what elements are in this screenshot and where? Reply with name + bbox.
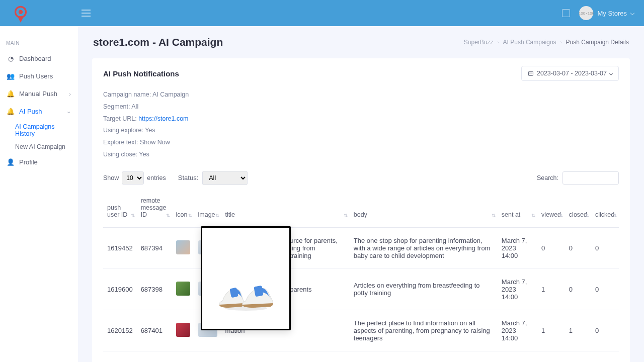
table-row: 1619362 687387 ents Articles on everythi…: [103, 351, 619, 362]
cell-mid: 687387: [137, 351, 172, 362]
campaign-meta: Campaign name: AI Campaign Segment: All …: [103, 89, 619, 161]
th-clicked[interactable]: clicked: [591, 192, 619, 228]
th-image[interactable]: image: [194, 192, 221, 228]
bc-superbuzz[interactable]: SuperBuzz: [464, 39, 494, 46]
cell-sent: March 7, 2023 14:00: [498, 227, 537, 268]
entries-control: Show 10 entries: [103, 171, 166, 185]
cell-sent: March 7, 2023 14:00: [498, 351, 537, 362]
cell-clicked: 0: [591, 310, 619, 351]
shoe-image: [213, 266, 279, 311]
target-url-link[interactable]: https://store1.com: [138, 115, 188, 122]
chevron-right-icon: ›: [560, 40, 562, 45]
th-viewed[interactable]: viewed: [537, 192, 565, 228]
bc-campaigns[interactable]: AI Push Campaigns: [503, 39, 556, 46]
cell-icon[interactable]: [172, 351, 194, 362]
notification-icon: [176, 240, 190, 254]
cell-closed: 1: [565, 310, 591, 351]
svg-point-1: [19, 10, 23, 14]
notifications-card: AI Push Notifications 2023-03-07 - 2023-…: [92, 58, 630, 362]
caret-down-icon: [609, 71, 613, 75]
th-closed[interactable]: closed: [565, 192, 591, 228]
breadcrumb: SuperBuzz › AI Push Campaigns › Push Cam…: [464, 39, 629, 46]
th-body[interactable]: body: [350, 192, 498, 228]
search-input[interactable]: [562, 171, 619, 185]
table-row: 1620152 687401 mation The perfect place …: [103, 310, 619, 351]
meta-segment: Segment: All: [103, 101, 619, 113]
cell-clicked: 0: [591, 268, 619, 310]
sidebar-section-main: MAIN: [0, 36, 78, 50]
table-row: 1619452 687394 A comprehensive resource …: [103, 227, 619, 268]
search-control: Search:: [537, 171, 619, 185]
cell-sent: March 7, 2023 14:00: [498, 310, 537, 351]
cell-body: Articles on everything from breastfeedin…: [350, 268, 498, 310]
main-content: store1.com - AI Campaign SuperBuzz › AI …: [78, 26, 644, 362]
notification-icon: [176, 282, 190, 296]
fullscreen-icon[interactable]: [562, 9, 570, 17]
status-filter: Status: All: [178, 171, 248, 185]
th-title[interactable]: title: [221, 192, 350, 228]
svg-rect-5: [254, 285, 263, 296]
th-sent-at[interactable]: sent at: [498, 192, 537, 228]
meta-close: Using close: Yes: [103, 149, 619, 161]
cell-pid: 1619452: [103, 227, 137, 268]
meta-campaign: Campaign name: AI Campaign: [103, 89, 619, 101]
bell-icon: 🔔: [7, 108, 14, 115]
sidebar-item-push-users[interactable]: 👥Push Users: [0, 67, 78, 85]
cell-body: Articles on everything from breastfeedin…: [350, 351, 498, 362]
daterange-picker[interactable]: 2023-03-07 - 2023-03-07: [521, 66, 619, 81]
entries-select[interactable]: 10: [122, 171, 144, 185]
app-logo[interactable]: [10, 3, 31, 24]
sidebar-item-ai-history[interactable]: AI Campaigns History: [0, 120, 78, 140]
bc-current: Push Campaign Details: [566, 39, 629, 46]
bell-icon: 🔔: [7, 90, 14, 98]
svg-rect-2: [529, 71, 533, 75]
chevron-down-icon: [630, 11, 634, 15]
th-remote-msg-id[interactable]: remote message ID: [137, 192, 172, 228]
cell-closed: 0: [565, 351, 591, 362]
meta-target-label: Target URL:: [103, 115, 138, 122]
cell-mid: 687401: [137, 310, 172, 351]
cell-pid: 1619600: [103, 268, 137, 310]
th-icon[interactable]: icon: [172, 192, 194, 228]
chevron-down-icon: ⌄: [66, 108, 71, 115]
cell-viewed: 0: [537, 227, 565, 268]
cell-closed: 0: [565, 227, 591, 268]
sidebar: MAIN ◔Dashboard 👥Push Users 🔔Manual Push…: [0, 26, 78, 362]
cell-icon[interactable]: [172, 310, 194, 351]
chevron-right-icon: ›: [498, 40, 499, 45]
cell-viewed: 1: [537, 310, 565, 351]
store-switcher[interactable]: 100×100 My Stores: [579, 6, 634, 20]
sidebar-item-dashboard[interactable]: ◔Dashboard: [0, 50, 78, 67]
gauge-icon: ◔: [7, 55, 14, 62]
cell-title: ents: [221, 351, 350, 362]
page-title: store1.com - AI Campaign: [93, 36, 223, 48]
cell-icon[interactable]: [172, 227, 194, 268]
menu-toggle-icon[interactable]: [82, 10, 91, 17]
sidebar-item-ai-push[interactable]: 🔔AI Push⌄: [0, 103, 78, 120]
notifications-table: push user ID remote message ID icon imag…: [103, 192, 619, 363]
meta-explore: Using explore: Yes: [103, 125, 619, 137]
topbar: 100×100 My Stores: [0, 0, 644, 26]
cell-mid: 687394: [137, 227, 172, 268]
cell-clicked: 0: [591, 351, 619, 362]
cell-pid: 1620152: [103, 310, 137, 351]
cell-body: The perfect place to find information on…: [350, 310, 498, 351]
cell-closed: 0: [565, 268, 591, 310]
users-icon: 👥: [7, 73, 14, 80]
meta-explore-text: Explore text: Show Now: [103, 137, 619, 149]
cell-image[interactable]: [194, 351, 221, 362]
user-label: My Stores: [597, 10, 627, 17]
calendar-icon: [528, 70, 534, 76]
image-preview-popup: [201, 226, 291, 330]
sidebar-item-new-campaign[interactable]: New AI Campaign: [0, 140, 78, 153]
sidebar-item-manual-push[interactable]: 🔔Manual Push›: [0, 85, 78, 103]
avatar: 100×100: [579, 6, 593, 20]
sidebar-item-profile[interactable]: 👤Profile: [0, 153, 78, 171]
cell-icon[interactable]: [172, 268, 194, 310]
cell-mid: 687398: [137, 268, 172, 310]
th-push-user-id[interactable]: push user ID: [103, 192, 137, 228]
notification-icon: [176, 323, 190, 337]
cell-sent: March 7, 2023 14:00: [498, 268, 537, 310]
cell-pid: 1619362: [103, 351, 137, 362]
status-select[interactable]: All: [202, 171, 248, 185]
